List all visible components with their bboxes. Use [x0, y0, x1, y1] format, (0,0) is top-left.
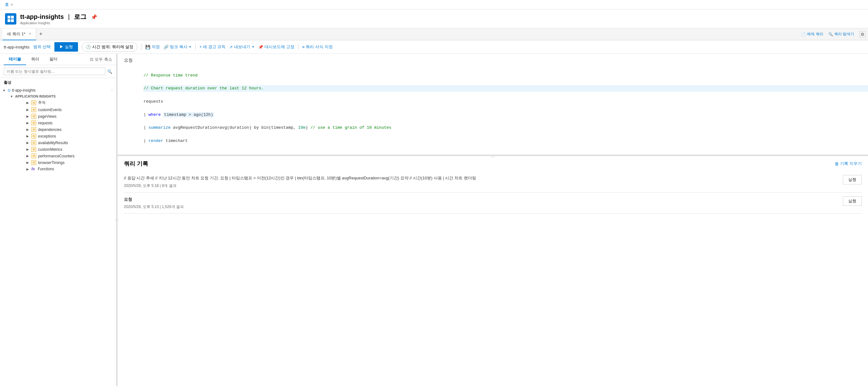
- pin-icon[interactable]: 📌: [91, 14, 97, 20]
- tab-new-query[interactable]: 새 쿼리 1* ✕: [2, 28, 36, 40]
- clock-icon: 🕐: [86, 45, 91, 50]
- breadcrumb: 홈 >: [0, 0, 868, 9]
- table-icon: ⊞: [31, 121, 36, 125]
- tab-close-icon[interactable]: ✕: [29, 32, 31, 36]
- save-action[interactable]: 💾 저장: [145, 44, 160, 50]
- performanceCounters-label: performanceCounters: [38, 154, 74, 158]
- tab-add-button[interactable]: +: [36, 31, 46, 37]
- tree-item-functions[interactable]: ▶ fx Functions: [23, 166, 116, 172]
- app-insights-chevron: ▼: [10, 95, 14, 98]
- app-insights-group-header[interactable]: ▼ APPLICATION INSIGHTS: [9, 93, 116, 99]
- history-content-1: // 응답 시간 추세 // 지난 12시간 동안 차트 요청 기간. 요청 |…: [124, 175, 839, 188]
- scope-select-link[interactable]: 범위 선택: [33, 44, 51, 50]
- pageViews-label: pageViews: [38, 114, 57, 119]
- tree-items-container: ▶ ⊞ 추적 ▶ ⊞ customEvents ▶ ⊞ pageViews ▶ …: [9, 99, 116, 172]
- availabilityResults-label: availabilityResults: [38, 141, 68, 145]
- breadcrumb-home[interactable]: 홈: [5, 2, 9, 7]
- link-icon: 🔗: [163, 45, 168, 50]
- export-chevron: ▼: [252, 45, 254, 49]
- table-icon: ⊞: [31, 114, 36, 119]
- toolbar: tt-app-insights 범위 선택 ▶ 실행 🕐 시간 범위: 쿼리에 …: [0, 40, 868, 54]
- code-line-4: | where timestamp > ago(12h): [144, 112, 214, 117]
- app-insights-group: ▼ APPLICATION INSIGHTS ▶ ⊞ 추적 ▶ ⊞ custom…: [0, 93, 116, 172]
- sub-tab-query[interactable]: 쿼리: [26, 54, 44, 65]
- time-range-button[interactable]: 🕐 시간 범위: 쿼리에 설정: [82, 42, 137, 52]
- app-icon: [5, 13, 17, 25]
- target-icon: ⊙: [7, 88, 11, 92]
- sidebar-search: 🔍: [0, 65, 116, 78]
- page-title: tt-app-insights | 로그 📌: [20, 12, 97, 21]
- function-icon: fx: [31, 167, 36, 171]
- history-run-button-2[interactable]: 실행: [843, 197, 862, 206]
- history-run-button-1[interactable]: 실행: [843, 175, 862, 184]
- tree-item-availabilityResults[interactable]: ▶ ⊞ availabilityResults: [23, 140, 116, 146]
- browserTimings-chevron: ▶: [26, 161, 30, 164]
- copy-link-chevron: ▼: [189, 45, 191, 49]
- table-icon: ⊞: [31, 154, 36, 158]
- tree-item-exceptions[interactable]: ▶ ⊞ exceptions: [23, 133, 116, 140]
- tree-root-item[interactable]: ▼ ⊙ tt-app-insights ☆: [0, 87, 116, 93]
- collapse-all-button[interactable]: ⊡ 모두 축소: [90, 57, 112, 62]
- run-button[interactable]: ▶ 실행: [54, 42, 78, 52]
- code-block[interactable]: // Response time trend // Chart request …: [124, 66, 862, 151]
- tree-item-customMetrics[interactable]: ▶ ⊞ customMetrics: [23, 146, 116, 153]
- tree-item-requests[interactable]: ▶ ⊞ requests: [23, 120, 116, 126]
- table-icon: ⊞: [31, 127, 36, 132]
- export-action[interactable]: ↗ 내보내기 ▼: [229, 44, 254, 50]
- history-header: 쿼리 기록 🗑 기록 지우기: [124, 160, 862, 168]
- clear-history-button[interactable]: 🗑 기록 지우기: [835, 161, 862, 167]
- customEvents-label: customEvents: [38, 108, 62, 112]
- query-editor: 요청 // Response time trend // Chart reque…: [118, 54, 868, 155]
- sub-tabs: 테이블 쿼리 필터 ⊡ 모두 축소: [0, 54, 116, 65]
- dependencies-label: dependencies: [38, 127, 62, 132]
- table-icon: ⊞: [31, 160, 36, 165]
- functions-label: Functions: [38, 167, 54, 171]
- export-icon: ↗: [229, 45, 233, 50]
- dashboard-pin-icon: 📌: [258, 45, 263, 50]
- new-alert-action[interactable]: + 새 경고 규칙: [199, 44, 225, 50]
- pin-dashboard-action[interactable]: 📌 대시보드에 고정: [258, 44, 294, 50]
- history-query-text-1: // 응답 시간 추세 // 지난 12시간 동안 차트 요청 기간. 요청 |…: [124, 175, 839, 181]
- tree-item-traces[interactable]: ▶ ⊞ 추적: [23, 99, 116, 107]
- code-line-2: // Chart request duration over the last …: [144, 85, 868, 92]
- history-item-2: 요청 2020/5/28, 오후 5:13 | 1,526개 결과 실행: [124, 192, 862, 214]
- code-line-1: // Response time trend: [144, 73, 197, 78]
- history-meta-1: 2020/5/28, 오후 5:18 | 8개 결과: [124, 183, 839, 188]
- traces-chevron: ▶: [26, 101, 30, 104]
- customEvents-chevron: ▶: [26, 108, 30, 112]
- tab-label: 새 쿼리 1*: [7, 31, 26, 37]
- search-input[interactable]: [4, 68, 105, 75]
- history-title: 쿼리 기록: [124, 160, 148, 168]
- format-query-action[interactable]: ≡ 쿼리 서식 지정: [302, 44, 333, 50]
- trash-icon: 🗑: [835, 161, 839, 166]
- browserTimings-label: browserTimings: [38, 160, 64, 165]
- app-insights-label: APPLICATION INSIGHTS: [15, 94, 56, 98]
- table-icon: ⊞: [31, 140, 36, 145]
- tree-item-pageViews[interactable]: ▶ ⊞ pageViews: [23, 113, 116, 120]
- pageViews-chevron: ▶: [26, 115, 30, 118]
- example-queries-icon: 📄: [801, 32, 806, 36]
- tree-item-dependencies[interactable]: ▶ ⊞ dependencies: [23, 126, 116, 133]
- query-explorer-icon: 🔍: [828, 32, 833, 36]
- availabilityResults-chevron: ▶: [26, 141, 30, 145]
- sub-tab-table[interactable]: 테이블: [4, 54, 26, 65]
- sub-tab-filter[interactable]: 필터: [44, 54, 63, 65]
- settings-button[interactable]: ⚙: [859, 31, 866, 37]
- query-history: 쿼리 기록 🗑 기록 지우기 // 응답 시간 추세 // 지난 12시간 동안…: [118, 156, 868, 386]
- tree-root-label: tt-app-insights: [12, 88, 35, 92]
- app-subtitle: Application Insights: [20, 21, 97, 25]
- copy-link-action[interactable]: 🔗 링크 복사 ▼: [163, 44, 191, 50]
- tree-item-performanceCounters[interactable]: ▶ ⊞ performanceCounters: [23, 153, 116, 159]
- table-icon: ⊞: [31, 100, 36, 105]
- table-icon: ⊞: [31, 134, 36, 139]
- content-area: 요청 // Response time trend // Chart reque…: [118, 54, 868, 386]
- tree-item-browserTimings[interactable]: ▶ ⊞ browserTimings: [23, 159, 116, 166]
- table-icon: ⊞: [31, 147, 36, 152]
- performanceCounters-chevron: ▶: [26, 154, 30, 158]
- star-icon[interactable]: ☆: [110, 88, 114, 92]
- main-layout: 테이블 쿼리 필터 ⊡ 모두 축소 🔍 활성 ▼ ⊙ tt-app-insigh…: [0, 54, 868, 386]
- query-explorer-button[interactable]: 🔍 쿼리 탐색기: [828, 31, 854, 37]
- search-icon: 🔍: [107, 69, 112, 74]
- tree-item-customEvents[interactable]: ▶ ⊞ customEvents: [23, 107, 116, 113]
- example-queries-button[interactable]: 📄 예제 쿼리: [801, 31, 823, 37]
